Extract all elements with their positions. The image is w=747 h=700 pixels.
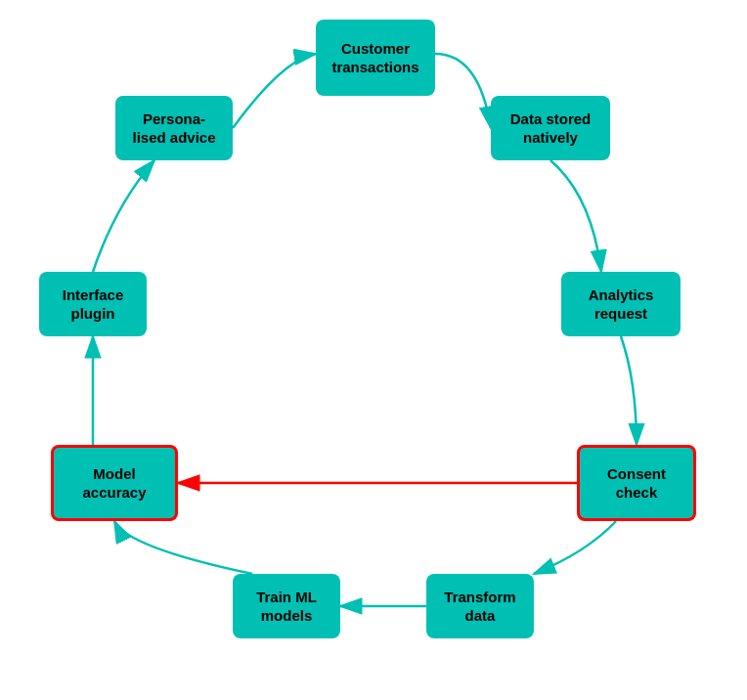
node-data-stored-natively: Data stored natively <box>491 96 610 160</box>
node-model-accuracy: Model accuracy <box>51 445 178 521</box>
diagram-container: Customer transactions Data stored native… <box>0 0 747 700</box>
node-transform-data: Transform data <box>426 574 534 638</box>
node-analytics-request: Analytics request <box>561 272 681 336</box>
node-interface-plugin: Interface plugin <box>39 272 147 336</box>
node-consent-check: Consent check <box>577 445 696 521</box>
node-train-ml-models: Train ML models <box>233 574 340 638</box>
node-personalised-advice: Persona- lised advice <box>115 96 233 160</box>
arrows-svg <box>0 0 747 700</box>
node-customer-transactions: Customer transactions <box>316 20 435 96</box>
